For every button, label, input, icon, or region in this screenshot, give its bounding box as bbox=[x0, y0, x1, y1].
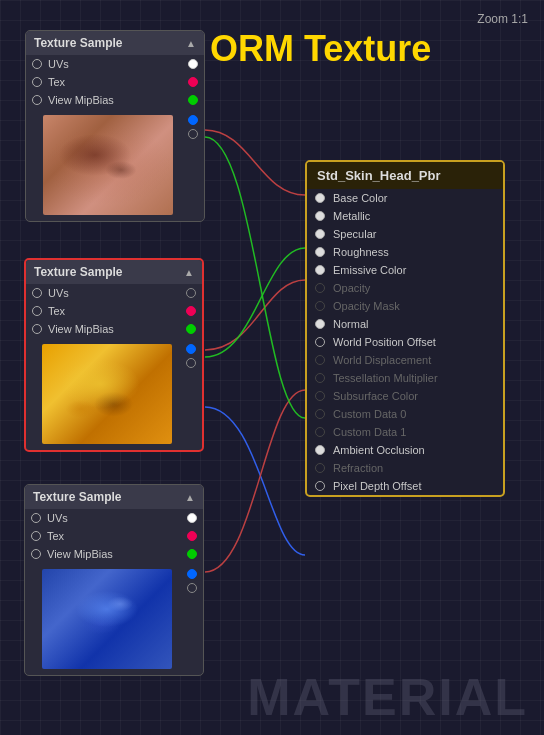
mat-dot-specular bbox=[315, 229, 325, 239]
node-3-mipbias-dot-right[interactable] bbox=[187, 549, 197, 559]
node-3-tex-dot-left bbox=[31, 531, 41, 541]
node-3-tex-label: Tex bbox=[47, 530, 64, 542]
material-node[interactable]: Std_Skin_Head_Pbr Base Color Metallic Sp… bbox=[305, 160, 505, 497]
mat-dot-base-color bbox=[315, 193, 325, 203]
node-3-uvs-dot-right[interactable] bbox=[187, 513, 197, 523]
mat-dot-wd bbox=[315, 355, 325, 365]
mat-label-custom0: Custom Data 0 bbox=[333, 408, 406, 420]
mat-label-metallic: Metallic bbox=[333, 210, 370, 222]
node-3-mipbias-row: View MipBias bbox=[25, 545, 203, 563]
mat-dot-custom1 bbox=[315, 427, 325, 437]
mat-label-emissive: Emissive Color bbox=[333, 264, 406, 276]
mat-input-wpo[interactable]: World Position Offset bbox=[307, 333, 503, 351]
node-1-tex-dot-left bbox=[32, 77, 42, 87]
mat-input-pdo[interactable]: Pixel Depth Offset bbox=[307, 477, 503, 495]
mat-dot-pdo bbox=[315, 481, 325, 491]
mat-input-subsurface: Subsurface Color bbox=[307, 387, 503, 405]
mat-label-refraction: Refraction bbox=[333, 462, 383, 474]
mat-dot-custom0 bbox=[315, 409, 325, 419]
node-1-uvs-row: UVs bbox=[26, 55, 204, 73]
node-2-mipbias-dot-right[interactable] bbox=[186, 324, 196, 334]
node-3-uvs-dot-left bbox=[31, 513, 41, 523]
mat-label-wd: World Displacement bbox=[333, 354, 431, 366]
mat-label-tess: Tessellation Multiplier bbox=[333, 372, 438, 384]
node-2-uvs-dot-right[interactable] bbox=[186, 288, 196, 298]
node-1-preview bbox=[43, 115, 173, 215]
mat-input-normal[interactable]: Normal bbox=[307, 315, 503, 333]
node-2-extra-dot-grey[interactable] bbox=[186, 358, 196, 368]
mat-label-opacity-mask: Opacity Mask bbox=[333, 300, 400, 312]
page-title: ORM Texture bbox=[210, 28, 431, 70]
node-1-extra-dot-blue[interactable] bbox=[188, 115, 198, 125]
zoom-label: Zoom 1:1 bbox=[477, 12, 528, 26]
mat-dot-wpo bbox=[315, 337, 325, 347]
mat-input-roughness[interactable]: Roughness bbox=[307, 243, 503, 261]
watermark: MATERIAL bbox=[247, 667, 528, 727]
node-3-uvs-label: UVs bbox=[47, 512, 68, 524]
node-2-uvs-row: UVs bbox=[26, 284, 202, 302]
texture-sample-node-1[interactable]: Texture Sample ▲ UVs Tex View MipBias bbox=[25, 30, 205, 222]
texture-sample-node-3[interactable]: Texture Sample ▲ UVs Tex View MipBias bbox=[24, 484, 204, 676]
mat-input-wd: World Displacement bbox=[307, 351, 503, 369]
mat-input-custom0: Custom Data 0 bbox=[307, 405, 503, 423]
node-3-arrow[interactable]: ▲ bbox=[185, 492, 195, 503]
node-1-arrow[interactable]: ▲ bbox=[186, 38, 196, 49]
mat-label-ao: Ambient Occlusion bbox=[333, 444, 425, 456]
node-3-mipbias-label: View MipBias bbox=[47, 548, 113, 560]
mat-input-opacity-mask: Opacity Mask bbox=[307, 297, 503, 315]
node-2-mipbias-row: View MipBias bbox=[26, 320, 202, 338]
node-1-tex-dot-right[interactable] bbox=[188, 77, 198, 87]
node-1-uvs-dot-left bbox=[32, 59, 42, 69]
texture-sample-node-2[interactable]: Texture Sample ▲ UVs Tex View MipBias bbox=[24, 258, 204, 452]
node-2-tex-label: Tex bbox=[48, 305, 65, 317]
node-2-tex-row: Tex bbox=[26, 302, 202, 320]
node-3-extra-dot-grey[interactable] bbox=[187, 583, 197, 593]
node-3-tex-dot-right[interactable] bbox=[187, 531, 197, 541]
node-1-uvs-dot-right[interactable] bbox=[188, 59, 198, 69]
node-2-arrow[interactable]: ▲ bbox=[184, 267, 194, 278]
mat-input-tess: Tessellation Multiplier bbox=[307, 369, 503, 387]
node-1-header: Texture Sample ▲ bbox=[26, 31, 204, 55]
node-3-extra-dot-blue[interactable] bbox=[187, 569, 197, 579]
node-2-mipbias-dot-left bbox=[32, 324, 42, 334]
mat-dot-opacity-mask bbox=[315, 301, 325, 311]
mat-label-base-color: Base Color bbox=[333, 192, 387, 204]
node-2-header: Texture Sample ▲ bbox=[26, 260, 202, 284]
node-1-mipbias-dot-right[interactable] bbox=[188, 95, 198, 105]
node-1-extra-dot-grey[interactable] bbox=[188, 129, 198, 139]
mat-input-refraction: Refraction bbox=[307, 459, 503, 477]
mat-label-subsurface: Subsurface Color bbox=[333, 390, 418, 402]
mat-input-opacity: Opacity bbox=[307, 279, 503, 297]
mat-label-roughness: Roughness bbox=[333, 246, 389, 258]
node-2-mipbias-label: View MipBias bbox=[48, 323, 114, 335]
node-3-uvs-row: UVs bbox=[25, 509, 203, 527]
mat-dot-ao bbox=[315, 445, 325, 455]
node-2-uvs-label: UVs bbox=[48, 287, 69, 299]
node-3-tex-row: Tex bbox=[25, 527, 203, 545]
mat-label-specular: Specular bbox=[333, 228, 376, 240]
mat-dot-emissive bbox=[315, 265, 325, 275]
mat-label-normal: Normal bbox=[333, 318, 368, 330]
mat-dot-tess bbox=[315, 373, 325, 383]
mat-label-pdo: Pixel Depth Offset bbox=[333, 480, 421, 492]
mat-input-ao[interactable]: Ambient Occlusion bbox=[307, 441, 503, 459]
mat-dot-normal bbox=[315, 319, 325, 329]
mat-input-custom1: Custom Data 1 bbox=[307, 423, 503, 441]
node-2-preview bbox=[42, 344, 172, 444]
node-1-tex-row: Tex bbox=[26, 73, 204, 91]
node-2-extra-dot-blue[interactable] bbox=[186, 344, 196, 354]
node-1-tex-label: Tex bbox=[48, 76, 65, 88]
mat-input-base-color[interactable]: Base Color bbox=[307, 189, 503, 207]
node-1-mipbias-label: View MipBias bbox=[48, 94, 114, 106]
mat-input-specular[interactable]: Specular bbox=[307, 225, 503, 243]
mat-input-metallic[interactable]: Metallic bbox=[307, 207, 503, 225]
mat-dot-roughness bbox=[315, 247, 325, 257]
mat-dot-metallic bbox=[315, 211, 325, 221]
node-2-tex-dot-right[interactable] bbox=[186, 306, 196, 316]
node-3-preview bbox=[42, 569, 172, 669]
node-3-header: Texture Sample ▲ bbox=[25, 485, 203, 509]
node-3-mipbias-dot-left bbox=[31, 549, 41, 559]
mat-dot-refraction bbox=[315, 463, 325, 473]
mat-input-emissive[interactable]: Emissive Color bbox=[307, 261, 503, 279]
mat-label-wpo: World Position Offset bbox=[333, 336, 436, 348]
